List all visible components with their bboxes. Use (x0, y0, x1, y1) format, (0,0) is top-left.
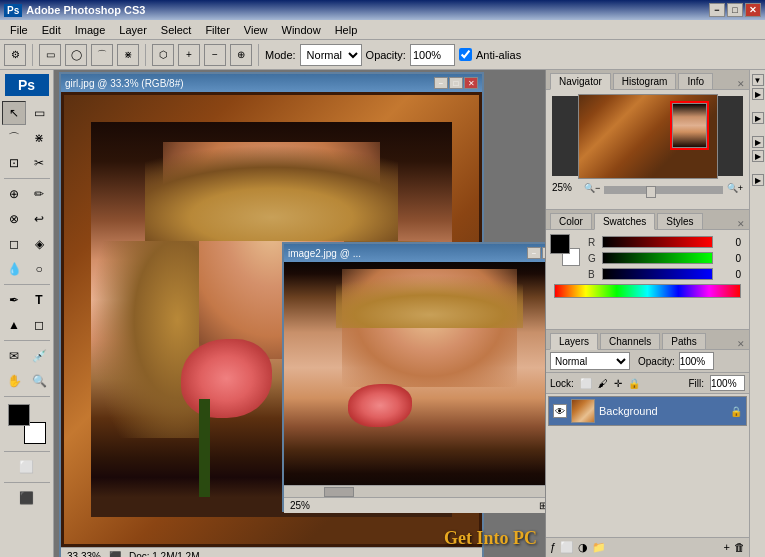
ellipse-select-icon[interactable]: ◯ (65, 44, 87, 66)
tab-swatches[interactable]: Swatches (594, 213, 655, 230)
tab-styles[interactable]: Styles (657, 213, 702, 229)
menu-layer[interactable]: Layer (113, 22, 153, 38)
strip-btn-2[interactable]: ▶ (752, 88, 764, 100)
g-slider[interactable] (602, 252, 713, 264)
doc1-maximize[interactable]: □ (449, 77, 463, 89)
zoom-track[interactable] (604, 186, 722, 190)
quick-mask-tool[interactable]: ⬜ (15, 455, 39, 479)
eyedropper-tool[interactable]: 💉 (27, 344, 51, 368)
menu-image[interactable]: Image (69, 22, 112, 38)
navigator-close[interactable]: ✕ (737, 79, 745, 89)
quick-select-tool[interactable]: ⋇ (27, 126, 51, 150)
zoom-tool[interactable]: 🔍 (27, 369, 51, 393)
zoom-slider-thumb[interactable] (646, 186, 656, 198)
doc1-close[interactable]: ✕ (464, 77, 478, 89)
rect-select-icon[interactable]: ▭ (39, 44, 61, 66)
layers-close[interactable]: ✕ (737, 339, 745, 349)
strip-btn-1[interactable]: ▼ (752, 74, 764, 86)
lock-image-icon[interactable]: 🖌 (598, 378, 608, 389)
strip-btn-5[interactable]: ▶ (752, 150, 764, 162)
layer-visibility-toggle[interactable]: 👁 (553, 404, 567, 418)
tab-layers[interactable]: Layers (550, 333, 598, 350)
antialias-checkbox[interactable] (459, 48, 472, 61)
blend-mode-select[interactable]: Normal (550, 352, 630, 370)
foreground-color-swatch[interactable] (8, 404, 30, 426)
opacity-value-input[interactable] (679, 352, 714, 370)
menu-help[interactable]: Help (329, 22, 364, 38)
fg-color-box[interactable] (550, 234, 570, 254)
doc2-scrollbar-h[interactable] (284, 485, 545, 497)
lasso-tool[interactable]: ⌒ (2, 126, 26, 150)
screen-mode-tool[interactable]: ⬛ (15, 486, 39, 510)
tab-histogram[interactable]: Histogram (613, 73, 677, 89)
menu-file[interactable]: File (4, 22, 34, 38)
lock-all-icon[interactable]: 🔒 (628, 378, 640, 389)
layer-delete-icon[interactable]: 🗑 (734, 541, 745, 554)
gradient-tool[interactable]: ◈ (27, 232, 51, 256)
notes-tool[interactable]: ✉ (2, 344, 26, 368)
slice-tool[interactable]: ✂ (27, 151, 51, 175)
lock-position-icon[interactable]: ✛ (614, 378, 622, 389)
healing-brush-tool[interactable]: ⊕ (2, 182, 26, 206)
doc2-maximize[interactable]: □ (542, 247, 545, 259)
menu-view[interactable]: View (238, 22, 274, 38)
tab-navigator[interactable]: Navigator (550, 73, 611, 90)
path-selection-tool[interactable]: ▲ (2, 313, 26, 337)
minimize-button[interactable]: − (709, 3, 725, 17)
tab-channels[interactable]: Channels (600, 333, 660, 349)
maximize-button[interactable]: □ (727, 3, 743, 17)
tool-options-icon[interactable]: ⚙ (4, 44, 26, 66)
tab-color[interactable]: Color (550, 213, 592, 229)
doc2-title-bar[interactable]: image2.jpg @ ... − □ ✕ (284, 244, 545, 262)
close-button[interactable]: ✕ (745, 3, 761, 17)
marquee-tool[interactable]: ▭ (27, 101, 51, 125)
menu-select[interactable]: Select (155, 22, 198, 38)
layer-fx-icon[interactable]: ƒ (550, 541, 556, 554)
clone-tool[interactable]: ⊗ (2, 207, 26, 231)
tab-paths[interactable]: Paths (662, 333, 706, 349)
shape-tool[interactable]: ◻ (27, 313, 51, 337)
eraser-tool[interactable]: ◻ (2, 232, 26, 256)
strip-btn-6[interactable]: ▶ (752, 174, 764, 186)
menu-filter[interactable]: Filter (199, 22, 235, 38)
menu-window[interactable]: Window (276, 22, 327, 38)
add-icon[interactable]: + (178, 44, 200, 66)
tab-info[interactable]: Info (678, 73, 713, 89)
b-slider[interactable] (602, 268, 713, 280)
zoom-in-icon[interactable]: 🔍+ (727, 183, 743, 193)
magic-wand-icon[interactable]: ⋇ (117, 44, 139, 66)
intersect-icon[interactable]: ⊕ (230, 44, 252, 66)
lock-transparency-icon[interactable]: ⬜ (580, 378, 592, 389)
mode-select[interactable]: Normal (300, 44, 362, 66)
crop-tool[interactable]: ⊡ (2, 151, 26, 175)
type-tool[interactable]: T (27, 288, 51, 312)
doc1-minimize[interactable]: − (434, 77, 448, 89)
doc2-scroll-thumb-h[interactable] (324, 487, 354, 497)
layer-group-icon[interactable]: 📁 (592, 541, 606, 554)
color-close[interactable]: ✕ (737, 219, 745, 229)
opacity-input[interactable]: 100% (410, 44, 455, 66)
feather-icon[interactable]: ⬡ (152, 44, 174, 66)
move-tool[interactable]: ↖ (2, 101, 26, 125)
lasso-icon[interactable]: ⌒ (91, 44, 113, 66)
layer-adj-icon[interactable]: ◑ (578, 541, 588, 554)
history-brush-tool[interactable]: ↩ (27, 207, 51, 231)
brush-tool[interactable]: ✏ (27, 182, 51, 206)
menu-edit[interactable]: Edit (36, 22, 67, 38)
layer-new-icon[interactable]: + (724, 541, 730, 554)
dodge-tool[interactable]: ○ (27, 257, 51, 281)
subtract-icon[interactable]: − (204, 44, 226, 66)
pen-tool[interactable]: ✒ (2, 288, 26, 312)
doc2-minimize[interactable]: − (527, 247, 541, 259)
strip-btn-4[interactable]: ▶ (752, 136, 764, 148)
doc1-title-bar[interactable]: girl.jpg @ 33.3% (RGB/8#) − □ ✕ (61, 74, 482, 92)
r-slider[interactable] (602, 236, 713, 248)
zoom-out-icon[interactable]: 🔍− (584, 183, 600, 193)
strip-btn-3[interactable]: ▶ (752, 112, 764, 124)
layer-mask-icon[interactable]: ⬜ (560, 541, 574, 554)
hand-tool[interactable]: ✋ (2, 369, 26, 393)
doc2-image (284, 262, 545, 497)
layer-background[interactable]: 👁 Background 🔒 (548, 396, 747, 426)
fill-value-input[interactable] (710, 375, 745, 391)
blur-tool[interactable]: 💧 (2, 257, 26, 281)
